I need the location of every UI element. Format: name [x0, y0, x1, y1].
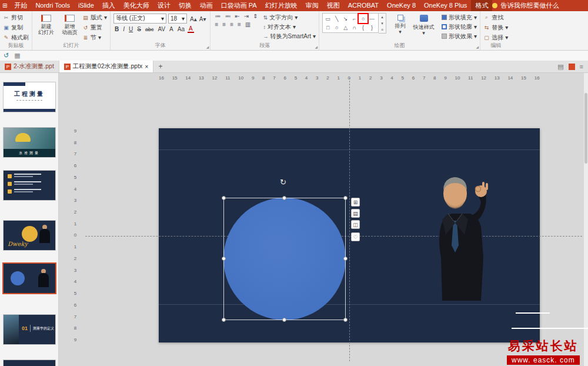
- tabbar-menu-icon[interactable]: ≡: [580, 63, 583, 70]
- selection-handle[interactable]: [343, 257, 348, 261]
- person-image[interactable]: [412, 169, 499, 301]
- cut-button[interactable]: ✂ 剪切: [3, 13, 29, 22]
- font-format-button[interactable]: A: [168, 26, 175, 32]
- mini-toolbar-button[interactable]: ▤: [351, 209, 360, 218]
- editing-canvas[interactable]: 1615141312111098765432101234567891011121…: [59, 73, 588, 366]
- new-slide-button[interactable]: 新建 幻灯片: [35, 13, 57, 42]
- shape-tool-icon[interactable]: }: [368, 23, 376, 32]
- mini-toolbar-button[interactable]: ◫: [351, 220, 360, 229]
- ribbon-tab[interactable]: 美化大师: [119, 0, 153, 11]
- font-family-select[interactable]: 等线 (正文) ▾: [113, 14, 166, 24]
- shape-tool-icon[interactable]: ↘: [341, 14, 350, 23]
- format-painter-button[interactable]: ✎ 格式刷: [3, 33, 29, 42]
- selection-handle[interactable]: [343, 196, 348, 200]
- gallery-scroll-button[interactable]: ▴: [379, 14, 386, 20]
- font-size-step-button[interactable]: A▾: [198, 16, 208, 22]
- ribbon-tab[interactable]: 幻灯片放映: [261, 0, 302, 11]
- font-size-select[interactable]: 18 ▾: [168, 14, 187, 24]
- font-format-button[interactable]: Aa: [176, 26, 186, 32]
- drawing-dialog-launcher-icon[interactable]: ◢: [476, 45, 479, 49]
- ribbon-tab[interactable]: OneKey 8: [383, 0, 420, 11]
- shape-tool-icon[interactable]: ⌐: [350, 14, 359, 23]
- close-tab-icon[interactable]: ×: [145, 63, 148, 70]
- paragraph-dialog-launcher-icon[interactable]: ◢: [315, 45, 318, 49]
- section-button[interactable]: ≣ 节 ▾: [82, 33, 107, 42]
- selection-handle[interactable]: [222, 257, 226, 261]
- tell-me-box[interactable]: 告诉我你想要做什么: [492, 1, 559, 10]
- select-button[interactable]: ▢ 选择 ▾: [483, 33, 508, 42]
- shape-tool-icon[interactable]: ▭: [323, 14, 332, 23]
- tabbar-tool-icon[interactable]: ▤: [557, 63, 563, 71]
- font-format-button[interactable]: B: [113, 26, 120, 32]
- paragraph-align-button[interactable]: ≡: [229, 21, 235, 28]
- smartart-button[interactable]: → 转换为SmartArt ▾: [263, 32, 316, 41]
- vertical-guide[interactable]: [349, 78, 350, 361]
- shape-tool-icon[interactable]: ∩: [350, 23, 359, 32]
- slide-thumbnail-5-selected[interactable]: [4, 264, 55, 293]
- new-animation-page-button[interactable]: 新增 动画页: [59, 13, 81, 42]
- font-format-button[interactable]: I: [122, 26, 126, 32]
- font-format-button[interactable]: S: [136, 26, 142, 32]
- align-text-button[interactable]: ↕ 对齐文本 ▾: [263, 22, 316, 31]
- mini-toolbar-button[interactable]: ⊞: [351, 198, 360, 207]
- scrollbar-thumb[interactable]: [584, 93, 587, 164]
- ribbon-tab[interactable]: 口袋动画 PA: [217, 0, 261, 11]
- shape-tool-icon[interactable]: ○: [332, 23, 341, 32]
- ribbon-tab[interactable]: ACROBAT: [344, 0, 383, 11]
- document-tab-active[interactable]: P 工程测量02水准测量.pptx ×: [59, 61, 154, 72]
- replace-button[interactable]: ⇆ 替换 ▾: [483, 23, 508, 32]
- selection-handle[interactable]: [222, 196, 226, 200]
- shape-tool-icon[interactable]: ○: [359, 14, 368, 23]
- paragraph-tool-button[interactable]: ⇕: [252, 13, 259, 19]
- font-size-step-button[interactable]: A▴: [189, 16, 198, 22]
- ribbon-tab[interactable]: 设计: [153, 0, 175, 11]
- arrange-button[interactable]: 排列 ▾: [389, 13, 411, 42]
- slide-thumbnail-7[interactable]: [4, 360, 55, 366]
- undo-icon[interactable]: ↺: [4, 52, 9, 59]
- quick-styles-button[interactable]: 快速样式 ▾: [413, 13, 435, 42]
- ribbon-tab[interactable]: 视图: [323, 0, 344, 11]
- selection-handle[interactable]: [222, 318, 226, 322]
- shape-tool-icon[interactable]: —: [368, 14, 376, 23]
- gallery-scroll-button[interactable]: ≡: [379, 26, 386, 33]
- selection-handle[interactable]: [282, 318, 286, 322]
- shape-effects-button[interactable]: 形状效果 ▾: [442, 32, 477, 41]
- oval-shape[interactable]: [223, 198, 346, 320]
- paragraph-tool-button[interactable]: ⇥: [243, 13, 250, 19]
- paragraph-align-button[interactable]: ≡: [221, 21, 227, 28]
- gallery-scroll-button[interactable]: ▾: [379, 20, 386, 26]
- ribbon-tab[interactable]: OneKey 8 Plus: [420, 0, 471, 11]
- paragraph-tool-button[interactable]: ≕: [223, 13, 232, 19]
- rotation-handle[interactable]: ↻: [280, 178, 286, 187]
- ribbon-tab[interactable]: 开始: [10, 0, 31, 11]
- find-button[interactable]: ⌕ 查找: [483, 13, 508, 22]
- save-icon[interactable]: ⊞: [2, 2, 7, 9]
- font-format-button[interactable]: abc: [144, 26, 155, 32]
- ribbon-tab[interactable]: 格式: [471, 0, 492, 11]
- paragraph-align-button[interactable]: ≡: [236, 21, 242, 28]
- ribbon-tab[interactable]: 动画: [196, 0, 217, 11]
- paragraph-tool-button[interactable]: ⇤: [233, 13, 240, 19]
- ribbon-tab[interactable]: 审阅: [302, 0, 323, 11]
- text-direction-button[interactable]: ⇅ 文字方向 ▾: [263, 13, 316, 22]
- document-tab-inactive[interactable]: P 2-水准测量.ppt: [0, 61, 59, 72]
- new-tab-button[interactable]: +: [153, 61, 167, 72]
- font-format-button[interactable]: A: [188, 25, 194, 33]
- selection-handle[interactable]: [282, 196, 286, 200]
- shape-fill-button[interactable]: 形状填充 ▾: [442, 13, 477, 22]
- slide-thumbnail-2[interactable]: 水准测量: [4, 128, 55, 157]
- paragraph-tool-button[interactable]: ≔: [213, 13, 222, 19]
- ribbon-tab[interactable]: 插入: [98, 0, 119, 11]
- reset-button[interactable]: ↺ 重置: [82, 23, 107, 32]
- slide-thumbnail-4[interactable]: Dweky: [4, 221, 55, 250]
- favorite-heart-button[interactable]: ♡: [351, 232, 360, 241]
- grid-view-icon[interactable]: ▦: [14, 52, 20, 59]
- vertical-scrollbar[interactable]: [584, 73, 588, 366]
- copy-button[interactable]: ▣ 复制: [3, 23, 29, 32]
- layout-button[interactable]: ▤ 版式 ▾: [82, 13, 107, 22]
- shape-tool-icon[interactable]: □: [323, 23, 332, 32]
- slide-thumbnail-3[interactable]: [4, 171, 55, 200]
- font-format-button[interactable]: U: [128, 26, 134, 32]
- selection-handle[interactable]: [343, 318, 348, 322]
- ribbon-tab[interactable]: iSlide: [74, 0, 98, 11]
